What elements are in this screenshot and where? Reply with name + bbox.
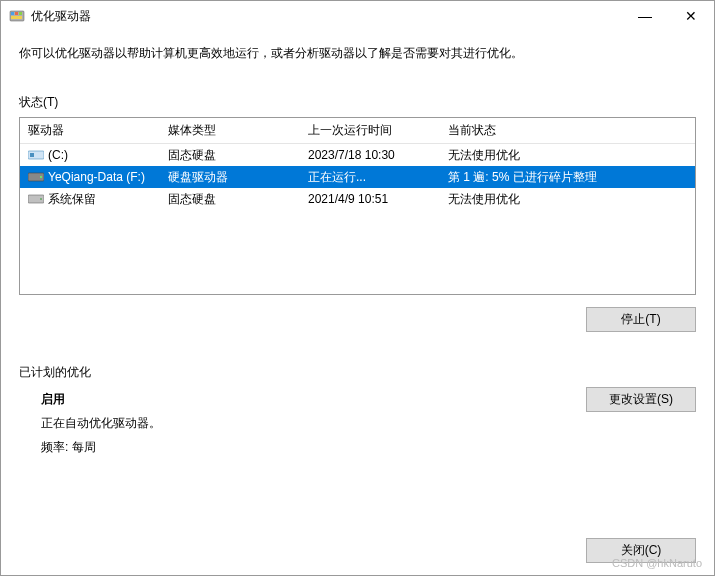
drive-status: 无法使用优化 — [448, 147, 687, 164]
col-header-status[interactable]: 当前状态 — [448, 122, 687, 139]
drive-lastrun: 2021/4/9 10:51 — [308, 192, 448, 206]
scheduled-section: 已计划的优化 启用 正在自动优化驱动器。 频率: 每周 更改设置(S) — [19, 364, 696, 459]
table-row[interactable]: 系统保留 固态硬盘 2021/4/9 10:51 无法使用优化 — [20, 188, 695, 210]
scheduled-freq-text: 频率: 每周 — [41, 435, 161, 459]
footer: 关闭(C) — [19, 538, 696, 563]
hdd-drive-icon — [28, 193, 44, 205]
col-header-drive[interactable]: 驱动器 — [28, 122, 168, 139]
scheduled-heading: 已计划的优化 — [19, 364, 696, 381]
scheduled-enabled: 启用 — [41, 387, 161, 411]
defrag-window: 优化驱动器 — ✕ 你可以优化驱动器以帮助计算机更高效地运行，或者分析驱动器以了… — [0, 0, 715, 576]
svg-point-8 — [40, 176, 42, 178]
drives-table: 驱动器 媒体类型 上一次运行时间 当前状态 (C:) 固态硬盘 2023/7/1… — [19, 117, 696, 295]
app-icon — [9, 8, 25, 24]
stop-button[interactable]: 停止(T) — [586, 307, 696, 332]
drive-lastrun: 正在运行... — [308, 169, 448, 186]
svg-point-10 — [40, 198, 42, 200]
table-row[interactable]: YeQiang-Data (F:) 硬盘驱动器 正在运行... 第 1 遍: 5… — [20, 166, 695, 188]
table-header: 驱动器 媒体类型 上一次运行时间 当前状态 — [20, 118, 695, 144]
drive-name: YeQiang-Data (F:) — [48, 170, 145, 184]
drive-media: 固态硬盘 — [168, 191, 308, 208]
svg-rect-4 — [11, 16, 22, 19]
table-row[interactable]: (C:) 固态硬盘 2023/7/18 10:30 无法使用优化 — [20, 144, 695, 166]
svg-rect-3 — [19, 12, 22, 15]
scheduled-details: 启用 正在自动优化驱动器。 频率: 每周 — [19, 387, 161, 459]
close-window-button[interactable]: ✕ — [668, 1, 714, 31]
change-settings-button[interactable]: 更改设置(S) — [586, 387, 696, 412]
content-area: 状态(T) 驱动器 媒体类型 上一次运行时间 当前状态 (C:) 固态硬盘 20… — [1, 94, 714, 459]
window-title: 优化驱动器 — [31, 8, 622, 25]
drive-status: 无法使用优化 — [448, 191, 687, 208]
svg-rect-1 — [11, 12, 14, 15]
scheduled-auto-text: 正在自动优化驱动器。 — [41, 411, 161, 435]
ssd-drive-icon — [28, 149, 44, 161]
drive-lastrun: 2023/7/18 10:30 — [308, 148, 448, 162]
hdd-drive-icon — [28, 171, 44, 183]
drive-status: 第 1 遍: 5% 已进行碎片整理 — [448, 169, 687, 186]
status-label: 状态(T) — [19, 94, 696, 111]
drive-name: (C:) — [48, 148, 68, 162]
col-header-media[interactable]: 媒体类型 — [168, 122, 308, 139]
drive-media: 固态硬盘 — [168, 147, 308, 164]
col-header-lastrun[interactable]: 上一次运行时间 — [308, 122, 448, 139]
titlebar: 优化驱动器 — ✕ — [1, 1, 714, 31]
action-buttons: 停止(T) — [19, 307, 696, 332]
close-button[interactable]: 关闭(C) — [586, 538, 696, 563]
titlebar-buttons: — ✕ — [622, 1, 714, 31]
svg-rect-6 — [30, 153, 34, 157]
drive-media: 硬盘驱动器 — [168, 169, 308, 186]
drive-name: 系统保留 — [48, 191, 96, 208]
description-text: 你可以优化驱动器以帮助计算机更高效地运行，或者分析驱动器以了解是否需要对其进行优… — [1, 31, 714, 68]
svg-rect-2 — [15, 12, 18, 15]
minimize-button[interactable]: — — [622, 1, 668, 31]
